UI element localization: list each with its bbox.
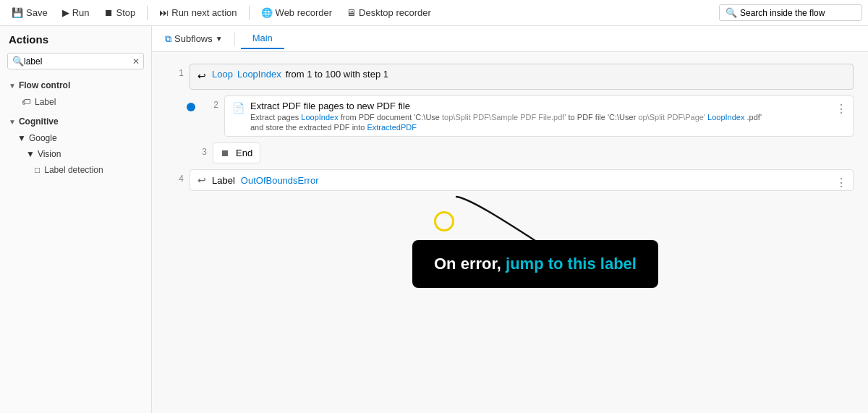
- search-icon: 🔍: [726, 7, 737, 18]
- extract-d2-var: LoopIndex: [707, 113, 744, 122]
- tabs-bar: ⧉ Subflows ▼ Main: [152, 26, 868, 52]
- run-icon: ▶: [62, 7, 69, 18]
- extract-detail: Extract pages LoopIndex from PDF documen…: [250, 113, 846, 122]
- sidebar-item-label[interactable]: 🏷 Label: [0, 94, 151, 110]
- save-label: Save: [26, 7, 48, 18]
- sidebar-title: Actions: [0, 26, 151, 50]
- stop-button[interactable]: ⏹ Stop: [98, 4, 142, 21]
- section-cognitive-header[interactable]: ▼ Cognitive: [0, 113, 151, 130]
- extract-d1: Extract pages: [250, 113, 299, 122]
- label-action-icon: ↩: [197, 174, 206, 186]
- save-button[interactable]: 💾 Save: [6, 4, 54, 21]
- tab-divider: [234, 32, 235, 46]
- loop-block[interactable]: ↩ Loop LoopIndex from 1 to 100 with step…: [190, 64, 854, 90]
- end-label: End: [236, 148, 252, 158]
- chevron-down-icon: ▼: [9, 82, 16, 90]
- web-recorder-label: Web recorder: [276, 7, 333, 18]
- save-icon: 💾: [12, 7, 23, 18]
- subsection-google-header[interactable]: ▼ Google: [0, 130, 151, 146]
- section-cognitive: ▼ Cognitive ▼ Google ▼ Vision □ Label de…: [0, 111, 151, 179]
- chevron-down-icon-2: ▼: [9, 118, 16, 126]
- sidebar-search-container: 🔍 ✕: [7, 53, 144, 69]
- label-detection-text: Label detection: [44, 165, 103, 175]
- subflows-label: Subflows: [174, 33, 213, 44]
- line-num-3: 3: [190, 142, 207, 157]
- run-next-button[interactable]: ⏭ Run next action: [153, 4, 242, 21]
- label-var[interactable]: OutOfBoundsError: [241, 175, 319, 186]
- extract-d3: and store the extracted PDF into: [250, 123, 365, 132]
- end-icon: ⏹: [221, 148, 230, 158]
- loop-icon: ↩: [197, 69, 206, 82]
- extract-d1-var: LoopIndex: [301, 113, 338, 122]
- line-num-2: 2: [201, 95, 218, 110]
- separator-2: [249, 6, 250, 20]
- loop-detail: from 1 to 100 with step 1: [286, 69, 388, 80]
- flow-row-3: 3 ⏹ End: [190, 142, 854, 163]
- loop-var: LoopIndex: [237, 69, 281, 80]
- toolbar: 💾 Save ▶ Run ⏹ Stop ⏭ Run next action 🌐 …: [0, 0, 868, 26]
- subflows-chevron-icon: ▼: [216, 35, 223, 43]
- flow-canvas[interactable]: 1 ↩ Loop LoopIndex from 1 to 100 with st…: [152, 52, 868, 413]
- extract-block[interactable]: 📄 Extract PDF file pages to new PDF file…: [224, 95, 854, 137]
- subflows-button[interactable]: ⧉ Subflows ▼: [159, 30, 229, 48]
- tab-main-label: Main: [252, 33, 273, 43]
- sidebar-item-label-detection[interactable]: □ Label detection: [0, 162, 151, 178]
- flow-row-1: 1 ↩ Loop LoopIndex from 1 to 100 with st…: [166, 64, 854, 90]
- sidebar-search-icon: 🔍: [12, 56, 24, 67]
- section-cognitive-label: Cognitive: [19, 116, 59, 127]
- subflows-icon: ⧉: [165, 33, 171, 45]
- loop-content: Loop LoopIndex from 1 to 100 with step 1: [212, 69, 846, 80]
- extract-d2-pre: to PDF file 'C:\User: [569, 113, 637, 122]
- label-icon: 🏷: [22, 97, 30, 107]
- chevron-down-icon-3: ▼: [17, 133, 26, 143]
- cursor-highlight: [434, 211, 454, 231]
- section-flow-control: ▼ Flow control 🏷 Label: [0, 75, 151, 111]
- loop-title: Loop LoopIndex from 1 to 100 with step 1: [212, 69, 846, 80]
- run-button[interactable]: ▶ Run: [56, 4, 95, 21]
- run-next-icon: ⏭: [159, 7, 169, 18]
- content-area: ⧉ Subflows ▼ Main 1 ↩ Loop LoopIndex: [152, 26, 868, 413]
- sidebar-search-clear[interactable]: ✕: [132, 56, 140, 67]
- label-keyword: Label: [212, 175, 235, 186]
- desktop-icon: 🖥: [346, 7, 356, 18]
- extract-menu-icon[interactable]: ⋮: [835, 102, 847, 116]
- blue-dot: [187, 103, 195, 111]
- section-flow-control-header[interactable]: ▼ Flow control: [0, 77, 151, 94]
- label-detect-icon: □: [35, 165, 40, 175]
- callout-prefix: On error,: [434, 255, 506, 273]
- run-next-label: Run next action: [171, 7, 237, 18]
- line-num-4: 4: [166, 169, 184, 184]
- run-label: Run: [72, 7, 90, 18]
- subsection-vision-header[interactable]: ▼ Vision: [0, 146, 151, 162]
- extract-d2-ext: .pdf': [747, 113, 762, 122]
- stop-label: Stop: [116, 7, 136, 18]
- label-menu-icon[interactable]: ⋮: [835, 176, 847, 190]
- pdf-icon: 📄: [232, 101, 244, 114]
- desktop-recorder-button[interactable]: 🖥 Desktop recorder: [341, 4, 437, 21]
- tab-main[interactable]: Main: [241, 28, 284, 49]
- stop-icon: ⏹: [104, 7, 114, 18]
- extract-title: Extract PDF file pages to new PDF file: [250, 101, 846, 111]
- web-recorder-button[interactable]: 🌐 Web recorder: [255, 4, 339, 21]
- main-layout: Actions 🔍 ✕ ▼ Flow control 🏷 Label ▼ Cog…: [0, 26, 868, 413]
- extract-d1-path: top\Split PDF\Sample PDF File.pdf': [442, 113, 566, 122]
- sidebar: Actions 🔍 ✕ ▼ Flow control 🏷 Label ▼ Cog…: [0, 26, 152, 413]
- extract-d3-var: ExtractedPDF: [367, 123, 416, 132]
- web-icon: 🌐: [261, 7, 273, 18]
- callout-highlight: jump to this label: [506, 255, 637, 273]
- loop-keyword: Loop: [212, 69, 233, 80]
- separator-1: [147, 6, 148, 20]
- end-block[interactable]: ⏹ End: [213, 142, 260, 163]
- line-num-1: 1: [166, 64, 184, 78]
- chevron-down-icon-4: ▼: [26, 149, 35, 159]
- label-block[interactable]: ↩ Label OutOfBoundsError ⋮: [190, 169, 854, 191]
- extract-d2-path: op\Split PDF\Page': [638, 113, 705, 122]
- flow-search-container: 🔍: [719, 4, 862, 21]
- callout-box: On error, jump to this label: [412, 240, 658, 288]
- sidebar-search-input[interactable]: [24, 56, 132, 67]
- extract-title-text: Extract PDF file pages to new PDF file: [250, 101, 410, 111]
- google-label: Google: [29, 133, 57, 143]
- flow-search-input[interactable]: [740, 8, 856, 18]
- extract-content: Extract PDF file pages to new PDF file E…: [250, 101, 846, 132]
- section-flow-control-label: Flow control: [19, 80, 70, 90]
